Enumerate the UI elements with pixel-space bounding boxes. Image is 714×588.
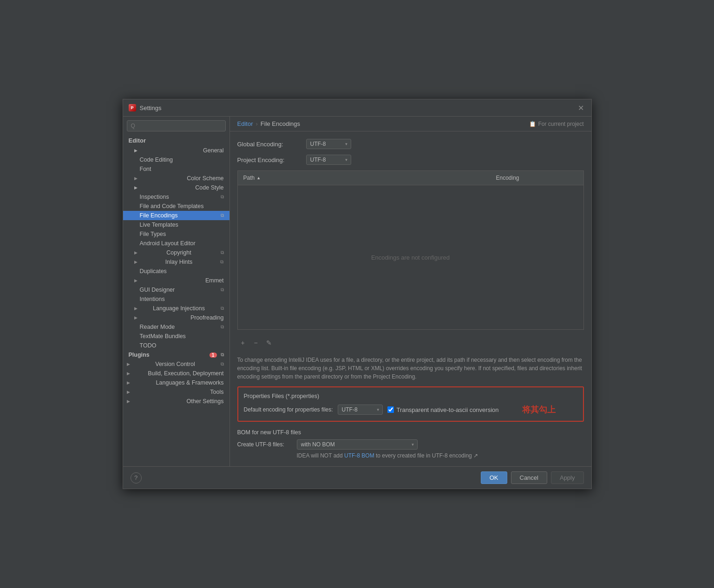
global-encoding-select[interactable]: UTF-8 UTF-16 ISO-8859-1 (306, 139, 351, 149)
sidebar-item-gui-designer[interactable]: GUI Designer ⧉ (123, 285, 229, 294)
project-encoding-select[interactable]: UTF-8 UTF-16 ISO-8859-1 (306, 155, 351, 165)
sidebar-item-copyright[interactable]: ▶ Copyright ⧉ (123, 248, 229, 257)
sidebar-item-file-types[interactable]: File Types (123, 229, 229, 239)
help-button[interactable]: ? (131, 472, 142, 483)
breadcrumb-current: File Encodings (261, 120, 300, 127)
expand-arrow-general: ▶ (134, 148, 138, 153)
bom-note-post: to every created file in UTF-8 encoding … (374, 452, 478, 459)
sidebar-item-code-editing[interactable]: Code Editing (123, 155, 229, 164)
sidebar-item-other-settings[interactable]: ▶ Other Settings (123, 397, 229, 406)
sidebar-label-languages: Languages & Frameworks (156, 379, 224, 386)
search-input[interactable] (127, 120, 226, 131)
settings-dialog: P Settings ✕ Editor ▶ General Code Editi… (123, 99, 592, 489)
sidebar-item-tools[interactable]: ▶ Tools (123, 387, 229, 397)
sidebar-label-language-injections: Language Injections (153, 305, 205, 312)
close-button[interactable]: ✕ (576, 103, 586, 112)
plugins-label: Plugins (129, 352, 150, 358)
sidebar-label-copyright: Copyright (166, 249, 191, 256)
sidebar-item-proofreading[interactable]: ▶ Proofreading (123, 313, 229, 322)
panel-content: Global Encoding: UTF-8 UTF-16 ISO-8859-1… (230, 131, 591, 466)
sidebar-section-plugins[interactable]: Plugins 1 ⧉ (123, 350, 229, 359)
sidebar: Editor ▶ General Code Editing Font ▶ Col… (123, 117, 230, 466)
sidebar-item-languages-frameworks[interactable]: ▶ Languages & Frameworks (123, 378, 229, 387)
remove-path-button[interactable]: − (250, 337, 262, 348)
table-body: Encodings are not configured (238, 185, 583, 329)
for-project-label: For current project (538, 121, 583, 127)
sidebar-item-intentions[interactable]: Intentions (123, 294, 229, 304)
sidebar-item-build-execution[interactable]: ▶ Build, Execution, Deployment (123, 369, 229, 378)
edit-path-button[interactable]: ✎ (263, 337, 275, 348)
sidebar-label-duplicates: Duplicates (140, 268, 167, 274)
for-current-project-link[interactable]: 📋 For current project (529, 121, 583, 127)
bom-note: IDEA will NOT add UTF-8 BOM to every cre… (297, 452, 584, 459)
table-toolbar: + − ✎ (237, 335, 584, 350)
sidebar-label-other: Other Settings (187, 398, 224, 405)
bom-section: BOM for new UTF-8 files Create UTF-8 fil… (237, 429, 584, 459)
sidebar-item-file-code-templates[interactable]: File and Code Templates (123, 202, 229, 211)
sidebar-item-version-control[interactable]: ▶ Version Control ⧉ (123, 359, 229, 369)
project-encoding-row: Project Encoding: UTF-8 UTF-16 ISO-8859-… (237, 155, 584, 165)
sidebar-label-font: Font (140, 166, 151, 172)
annotation-text: 将其勾上 (522, 404, 556, 415)
apply-button[interactable]: Apply (551, 471, 584, 484)
sidebar-label-inspections: Inspections (140, 194, 169, 200)
reader-mode-icon: ⧉ (221, 324, 224, 330)
sidebar-item-code-style[interactable]: ▶ Code Style (123, 183, 229, 192)
sidebar-item-duplicates[interactable]: Duplicates (123, 267, 229, 276)
sidebar-label-code-editing: Code Editing (140, 157, 173, 163)
ok-button[interactable]: OK (481, 471, 507, 484)
sidebar-item-color-scheme[interactable]: ▶ Color Scheme (123, 174, 229, 183)
col-path[interactable]: Path ▲ (238, 173, 491, 183)
sidebar-item-language-injections[interactable]: ▶ Language Injections ⧉ (123, 304, 229, 313)
sidebar-list: Editor ▶ General Code Editing Font ▶ Col… (123, 135, 229, 466)
breadcrumb-parent[interactable]: Editor (237, 120, 253, 127)
main-content: Editor ▶ General Code Editing Font ▶ Col… (123, 117, 591, 466)
global-encoding-row: Global Encoding: UTF-8 UTF-16 ISO-8859-1 (237, 139, 584, 149)
language-injections-icon: ⧉ (221, 306, 224, 311)
sidebar-item-live-templates[interactable]: Live Templates (123, 220, 229, 229)
sidebar-label-file-encodings: File Encodings (140, 212, 178, 219)
footer-left: ? (131, 472, 142, 483)
inspections-copy-icon: ⧉ (221, 194, 224, 200)
cancel-button[interactable]: Cancel (511, 471, 547, 484)
sidebar-label-intentions: Intentions (140, 296, 165, 302)
expand-arrow-tools: ▶ (127, 390, 130, 394)
properties-encoding-select[interactable]: UTF-8 UTF-16 ISO-8859-1 (338, 405, 383, 415)
bom-select[interactable]: with NO BOM with BOM (297, 439, 418, 450)
sidebar-item-reader-mode[interactable]: Reader Mode ⧉ (123, 322, 229, 332)
expand-arrow-proofreading: ▶ (134, 315, 138, 320)
expand-arrow-other: ▶ (127, 399, 130, 404)
sidebar-item-font[interactable]: Font (123, 164, 229, 174)
app-icon: P (129, 104, 136, 111)
dialog-title: Settings (140, 105, 162, 111)
sidebar-item-todo[interactable]: TODO (123, 341, 229, 350)
sidebar-label-inlay-hints: Inlay Hints (165, 259, 192, 265)
transparent-conversion-checkbox[interactable] (387, 406, 394, 413)
col-encoding[interactable]: Encoding (491, 173, 583, 183)
plugins-badge: 1 (210, 353, 217, 358)
sidebar-item-file-encodings[interactable]: File Encodings ⧉ (123, 211, 229, 220)
sidebar-item-textmate-bundles[interactable]: TextMate Bundles (123, 332, 229, 341)
sidebar-item-android-layout-editor[interactable]: Android Layout Editor (123, 239, 229, 248)
gui-designer-icon: ⧉ (221, 287, 224, 293)
sidebar-item-emmet[interactable]: ▶ Emmet (123, 276, 229, 285)
sidebar-item-general[interactable]: ▶ General (123, 146, 229, 155)
col-encoding-label: Encoding (496, 175, 519, 181)
for-project-icon: 📋 (529, 121, 536, 127)
plugins-icon: ⧉ (221, 352, 224, 358)
expand-arrow-inlay-hints: ▶ (134, 260, 138, 264)
global-encoding-label: Global Encoding: (237, 141, 302, 148)
titlebar: P Settings ✕ (123, 99, 591, 117)
bom-note-link[interactable]: UTF-8 BOM (344, 452, 374, 459)
sidebar-item-inspections[interactable]: Inspections ⧉ (123, 192, 229, 202)
expand-arrow-emmet: ▶ (134, 278, 138, 283)
table-header: Path ▲ Encoding (238, 171, 583, 185)
default-encoding-label: Default encoding for properties files: (244, 406, 333, 413)
add-path-button[interactable]: + (237, 337, 249, 348)
expand-arrow-build: ▶ (127, 371, 130, 376)
col-path-label: Path (243, 175, 255, 181)
sidebar-label-gui-designer: GUI Designer (140, 287, 175, 293)
sort-arrow: ▲ (256, 176, 261, 180)
sidebar-item-inlay-hints[interactable]: ▶ Inlay Hints ⧉ (123, 257, 229, 267)
expand-arrow-color-scheme: ▶ (134, 176, 138, 181)
